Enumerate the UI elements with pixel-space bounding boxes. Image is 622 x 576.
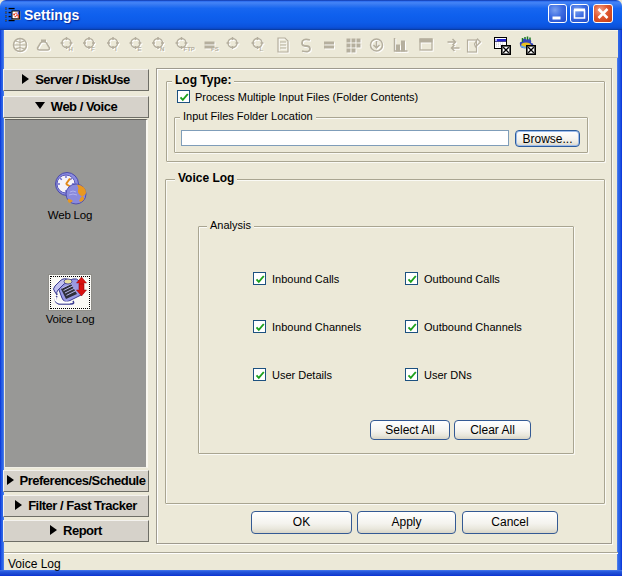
svg-text:F: F [91,46,95,52]
svg-text:H: H [69,46,73,52]
svg-text:E: E [138,46,142,52]
svg-text:FS: FS [211,46,219,52]
svg-text:N: N [160,46,164,52]
svg-text:L: L [260,46,264,52]
svg-text:FTP: FTP [184,46,195,52]
